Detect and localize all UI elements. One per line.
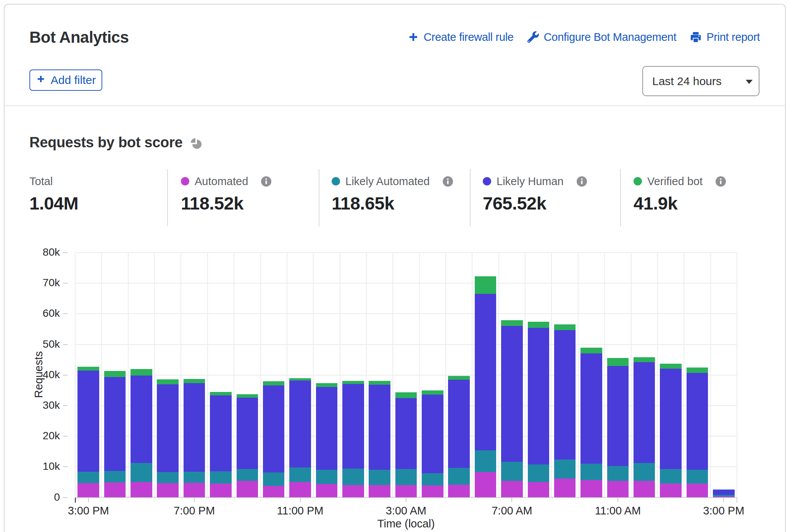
stat-likely-human: Likely Human765.52k [483,169,620,226]
add-filter-button[interactable]: Add filter [29,69,102,91]
action-link-label: Print report [706,31,760,44]
stat-label: Total [29,175,53,188]
stat-value: 118.52k [181,193,243,214]
plus-icon [408,32,419,42]
section-heading: Requests by bot score [29,134,202,151]
action-link-label: Create firewall rule [424,31,514,44]
pie-chart-icon [191,136,202,149]
stat-value: 118.65k [332,193,394,214]
time-range-select[interactable]: Last 24 hours [642,66,759,96]
stat-head: Likely Automated [332,175,453,187]
section-heading-label: Requests by bot score [29,134,182,151]
stat-divider [470,169,471,226]
stat-divider [167,169,168,226]
stat-label: Likely Automated [345,175,430,188]
stat-likely-automated: Likely Automated118.65k [332,169,469,226]
action-link-label: Configure Bot Management [544,31,676,44]
wrench-icon [527,31,539,43]
info-icon[interactable] [436,176,453,187]
add-filter-label: Add filter [51,74,96,87]
stat-total: Total1.04M [29,169,167,226]
stat-value: 765.52k [483,193,546,214]
page-title: Bot Analytics [29,28,129,47]
series-color-dot [634,177,642,185]
stat-head: Likely Human [483,175,587,187]
chevron-down-icon [746,80,753,84]
stat-divider [319,169,319,226]
header-divider [4,105,786,106]
stat-head: Automated [181,175,271,187]
series-color-dot [181,177,189,185]
configure-bot-management-link[interactable]: Configure Bot Management [527,31,676,44]
stats-row: Total1.04MAutomated118.52kLikely Automat… [29,169,759,226]
stat-value: 1.04M [29,193,78,214]
stat-label: Likely Human [497,175,564,188]
time-range-value: Last 24 hours [652,75,722,88]
stat-value: 41.9k [634,193,677,214]
series-color-dot [483,177,491,185]
header-actions: Create firewall rule Configure Bot Manag… [408,28,760,46]
info-icon[interactable] [709,176,726,187]
info-icon[interactable] [255,176,271,187]
stat-label: Automated [195,175,248,188]
print-report-link[interactable]: Print report [690,31,760,44]
stat-head: Total [29,175,53,187]
stat-verified-bot: Verified bot41.9k [634,169,771,226]
stat-label: Verified bot [647,175,703,188]
create-firewall-rule-link[interactable]: Create firewall rule [408,31,514,44]
stat-divider [620,169,621,226]
stat-head: Verified bot [634,175,726,187]
plus-icon [36,74,46,87]
stat-automated: Automated118.52k [181,169,318,226]
info-icon[interactable] [570,176,587,187]
series-color-dot [332,177,340,185]
printer-icon [690,31,701,43]
